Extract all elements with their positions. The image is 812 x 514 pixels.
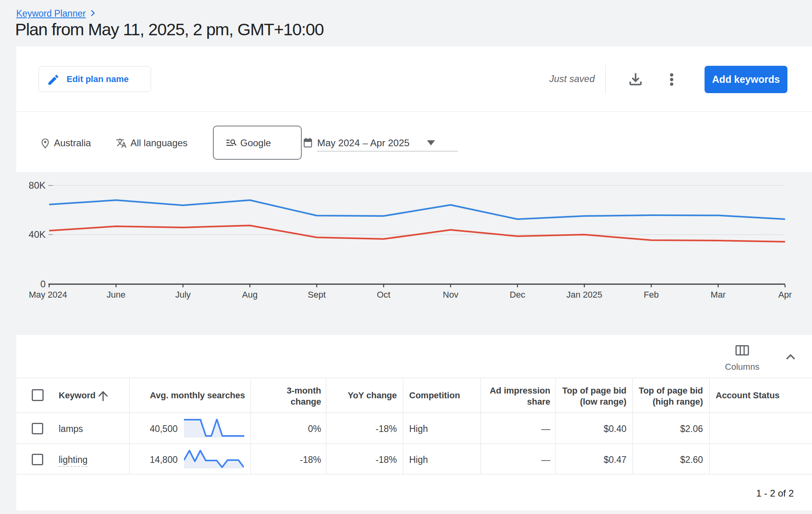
svg-text:Nov: Nov bbox=[443, 290, 458, 300]
svg-text:Jan 2025: Jan 2025 bbox=[567, 290, 603, 300]
svg-text:Mar: Mar bbox=[710, 290, 726, 300]
svg-text:June: June bbox=[107, 290, 126, 300]
svg-text:80K: 80K bbox=[29, 180, 46, 191]
svg-text:Feb: Feb bbox=[644, 290, 659, 300]
svg-text:Dec: Dec bbox=[510, 290, 525, 300]
svg-text:May 2024: May 2024 bbox=[29, 290, 67, 300]
svg-text:Apr: Apr bbox=[778, 290, 792, 300]
svg-text:Sept: Sept bbox=[308, 290, 326, 300]
svg-text:July: July bbox=[175, 290, 191, 300]
svg-text:Aug: Aug bbox=[242, 290, 258, 300]
svg-text:0: 0 bbox=[40, 279, 46, 289]
svg-text:Oct: Oct bbox=[377, 290, 390, 300]
svg-text:40K: 40K bbox=[29, 229, 46, 240]
